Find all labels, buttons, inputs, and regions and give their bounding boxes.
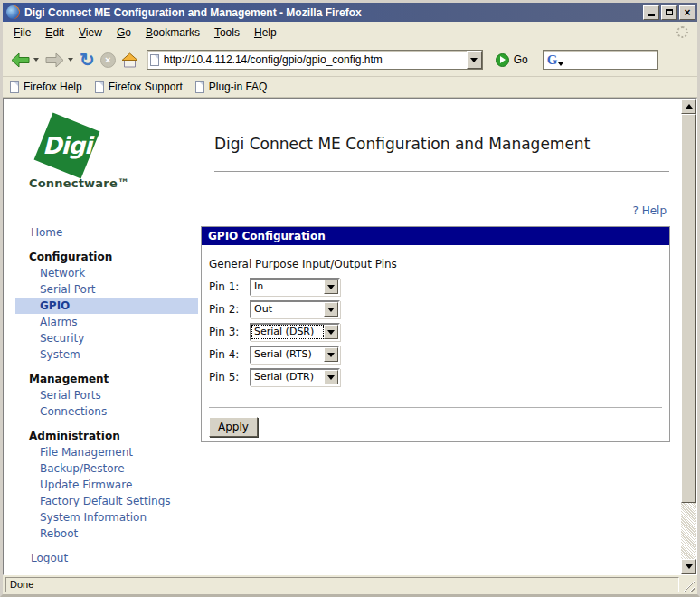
- help-link[interactable]: ? Help: [632, 204, 667, 217]
- resize-grip[interactable]: [682, 580, 695, 592]
- chevron-down-icon[interactable]: [324, 370, 338, 384]
- scroll-up-button[interactable]: [681, 99, 696, 114]
- navigation-toolbar: ↻ × http://10.4.112.14/config/gpio/gpio_…: [3, 43, 697, 77]
- back-button[interactable]: [8, 47, 33, 72]
- sidebar-section-configuration: Configuration: [15, 249, 198, 265]
- bookmark-icon: [10, 81, 19, 93]
- forward-dropdown-icon[interactable]: [68, 58, 73, 62]
- scroll-down-button[interactable]: [681, 559, 696, 574]
- pin1-select[interactable]: In: [250, 278, 340, 296]
- sidebar-item-reboot[interactable]: Reboot: [15, 526, 198, 542]
- bookmark-firefox-support[interactable]: Firefox Support: [95, 81, 183, 93]
- pin4-select[interactable]: Serial (RTS): [250, 346, 340, 364]
- menu-tools[interactable]: Tools: [207, 24, 247, 42]
- pin5-select[interactable]: Serial (DTR): [250, 368, 340, 386]
- forward-button[interactable]: [43, 47, 67, 72]
- sidebar-item-gpio[interactable]: GPIO: [15, 298, 198, 314]
- throbber-icon: [676, 26, 688, 38]
- back-dropdown-icon[interactable]: [33, 58, 39, 62]
- pin2-label: Pin 2:: [209, 303, 250, 316]
- maximize-icon: [666, 9, 673, 15]
- panel-divider: [209, 407, 662, 408]
- pin5-label: Pin 5:: [209, 371, 250, 384]
- status-text: Done: [5, 577, 679, 592]
- pin3-select[interactable]: Serial (DSR): [250, 323, 340, 341]
- menu-go[interactable]: Go: [109, 24, 138, 42]
- pin3-row: Pin 3: Serial (DSR): [209, 323, 660, 341]
- pin3-label: Pin 3:: [209, 326, 250, 338]
- menu-view[interactable]: View: [71, 24, 109, 42]
- sidebar-item-serial-ports[interactable]: Serial Ports: [15, 387, 198, 403]
- chevron-down-icon[interactable]: [324, 302, 338, 317]
- sidebar-item-logout[interactable]: Logout: [15, 550, 198, 566]
- sidebar-item-update-firmware[interactable]: Update Firmware: [15, 477, 198, 493]
- forward-arrow-icon: [45, 52, 64, 68]
- sidebar-section-management: Management: [15, 371, 198, 387]
- pin2-select[interactable]: Out: [250, 300, 340, 318]
- menu-file[interactable]: File: [6, 24, 38, 42]
- sidebar-item-factory-default-settings[interactable]: Factory Default Settings: [15, 493, 198, 509]
- go-icon: [496, 53, 509, 67]
- search-input[interactable]: G: [543, 50, 658, 70]
- sidebar-item-serial-port[interactable]: Serial Port: [15, 281, 198, 298]
- browser-viewport: Digi Connectware™ Digi Connect ME Config…: [3, 98, 697, 575]
- minimize-button[interactable]: [643, 5, 659, 20]
- sidebar-item-backup-restore[interactable]: Backup/Restore: [15, 460, 198, 477]
- sidebar-item-file-management[interactable]: File Management: [15, 444, 198, 460]
- window-title: Digi Connect ME Configuration and Manage…: [24, 6, 643, 19]
- vertical-scrollbar[interactable]: [681, 99, 696, 574]
- chevron-down-icon[interactable]: [324, 280, 338, 294]
- url-text[interactable]: http://10.4.112.14/config/gpio/gpio_conf…: [164, 53, 467, 66]
- home-icon: [121, 52, 138, 68]
- close-button[interactable]: ×: [679, 5, 695, 20]
- url-bar[interactable]: http://10.4.112.14/config/gpio/gpio_conf…: [147, 50, 483, 70]
- chevron-down-icon[interactable]: [324, 347, 338, 362]
- digi-logo: Digi: [34, 113, 100, 179]
- google-icon[interactable]: G: [547, 53, 558, 66]
- bookmark-icon: [195, 81, 204, 93]
- scrollbar-thumb[interactable]: [681, 114, 696, 503]
- arrow-down-icon: [686, 564, 693, 569]
- back-arrow-icon: [11, 52, 30, 68]
- browser-window: Digi Connect ME Configuration and Manage…: [0, 0, 700, 597]
- pin4-row: Pin 4: Serial (RTS): [209, 346, 660, 364]
- arrow-up-icon: [686, 104, 693, 109]
- gpio-configuration-panel: GPIO Configuration General Purpose Input…: [201, 226, 670, 442]
- stop-icon: ×: [100, 52, 116, 68]
- search-engine-dropdown-icon[interactable]: [558, 62, 563, 66]
- sidebar-item-security[interactable]: Security: [15, 330, 198, 346]
- apply-button[interactable]: Apply: [209, 417, 258, 437]
- sidebar-item-alarms[interactable]: Alarms: [15, 314, 198, 330]
- pin1-row: Pin 1: In: [209, 278, 660, 296]
- menu-edit[interactable]: Edit: [38, 24, 71, 42]
- page-icon: [150, 54, 159, 66]
- page-title: Digi Connect ME Configuration and Manage…: [214, 135, 590, 153]
- sidebar-item-system-information[interactable]: System Information: [15, 509, 198, 526]
- chevron-down-icon: [470, 58, 478, 62]
- sidebar-item-system[interactable]: System: [15, 346, 198, 363]
- stop-button[interactable]: ×: [98, 47, 118, 72]
- panel-intro-text: General Purpose Input/Output Pins: [209, 258, 660, 270]
- chevron-down-icon[interactable]: [324, 325, 338, 339]
- sidebar-item-network[interactable]: Network: [15, 265, 198, 281]
- reload-icon: ↻: [80, 51, 95, 69]
- home-button[interactable]: [118, 47, 141, 72]
- title-divider: [214, 171, 669, 172]
- menu-bar: File Edit View Go Bookmarks Tools Help: [3, 22, 697, 43]
- status-bar: Done: [3, 575, 697, 594]
- sidebar-item-connections[interactable]: Connections: [15, 403, 198, 420]
- panel-title: GPIO Configuration: [202, 227, 669, 245]
- menu-help[interactable]: Help: [247, 24, 284, 42]
- menu-bookmarks[interactable]: Bookmarks: [138, 24, 207, 42]
- sidebar-nav: Home Configuration Network Serial Port G…: [15, 224, 198, 566]
- web-page: Digi Connectware™ Digi Connect ME Config…: [4, 99, 681, 574]
- go-button[interactable]: Go: [492, 52, 532, 69]
- sidebar-item-home[interactable]: Home: [15, 224, 198, 241]
- bookmark-firefox-help[interactable]: Firefox Help: [10, 81, 82, 93]
- bookmark-plugin-faq[interactable]: Plug-in FAQ: [195, 81, 268, 93]
- reload-button[interactable]: ↻: [77, 47, 98, 72]
- go-label: Go: [514, 53, 528, 66]
- maximize-button[interactable]: [661, 5, 677, 20]
- url-history-dropdown[interactable]: [467, 51, 482, 69]
- pin4-label: Pin 4:: [209, 348, 250, 361]
